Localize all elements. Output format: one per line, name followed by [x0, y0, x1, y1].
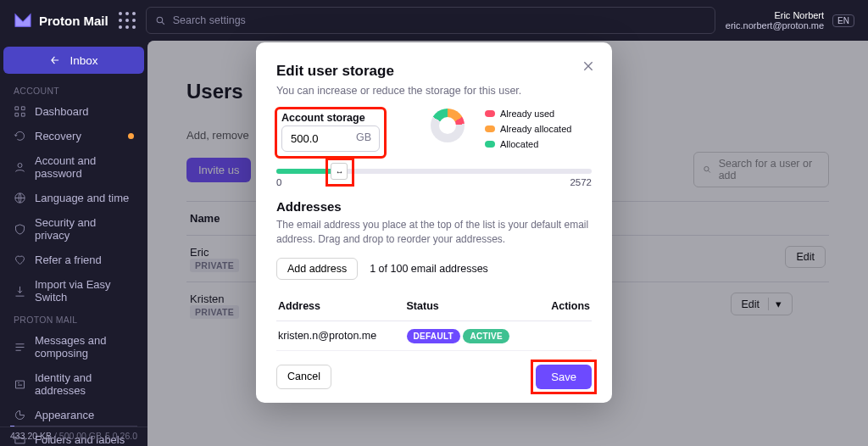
sidebar-footer: 433.20 KB / 500.00 GB 5.0.26.0: [0, 426, 147, 446]
address-row: kristen.n@proton.me DEFAULT ACTIVE: [276, 321, 592, 351]
cancel-button[interactable]: Cancel: [276, 365, 331, 389]
slider-thumb[interactable]: ↔: [331, 163, 348, 180]
slider-max: 2572: [570, 177, 592, 187]
compose-icon: [14, 341, 26, 354]
legend-item: Already allocated: [485, 124, 571, 134]
sidebar-item-dashboard[interactable]: Dashboard: [0, 99, 147, 124]
storage-slider[interactable]: ↔ 0 2572: [276, 169, 592, 187]
addresses-heading: Addresses: [276, 199, 592, 214]
topbar: Proton Mail Search settings Eric Norbert…: [0, 0, 868, 41]
appearance-icon: [14, 409, 26, 421]
save-button[interactable]: Save: [536, 365, 592, 389]
storage-label: Account storage: [281, 112, 380, 124]
sidebar-item-identity-and-addresses[interactable]: Identity and addresses: [0, 365, 147, 403]
alert-dot: [128, 133, 134, 139]
search-icon: [155, 15, 166, 26]
legend-swatch: [485, 141, 495, 148]
legend-swatch: [485, 110, 495, 117]
import-icon: [14, 285, 26, 298]
storage-donut-chart: [431, 109, 465, 142]
modal-desc: You can increase or reduce the storage f…: [276, 85, 592, 97]
close-icon[interactable]: [581, 59, 595, 73]
legend-item: Already used: [485, 109, 571, 119]
user-name: Eric Norbert: [774, 10, 824, 20]
version: 5.0.26.0: [105, 431, 137, 441]
apps-grid-icon[interactable]: [119, 12, 136, 29]
badge-default: DEFAULT: [407, 329, 460, 343]
recovery-icon: [14, 130, 26, 142]
address-count: 1 of 100 email addresses: [370, 263, 488, 275]
col-actions: Actions: [526, 300, 590, 312]
sidebar: Inbox ACCOUNTDashboardRecoveryAccount an…: [0, 41, 147, 446]
storage-unit: GB: [356, 131, 371, 143]
col-address: Address: [278, 300, 407, 312]
brand-logo[interactable]: Proton Mail: [14, 13, 108, 28]
add-address-button[interactable]: Add address: [276, 258, 358, 280]
storage-legend: Already usedAlready allocatedAllocated: [485, 109, 571, 157]
slider-min: 0: [276, 177, 281, 187]
settings-search[interactable]: Search settings: [146, 7, 715, 34]
edit-storage-modal: Edit user storage You can increase or re…: [256, 42, 612, 403]
section-label: ACCOUNT: [0, 81, 147, 99]
sidebar-item-account-and-password[interactable]: Account and password: [0, 148, 147, 186]
grid-icon: [14, 105, 26, 118]
brand-name: Proton Mail: [39, 14, 108, 28]
sidebar-item-refer-a-friend[interactable]: Refer a friend: [0, 248, 147, 272]
sidebar-item-language-and-time[interactable]: Language and time: [0, 186, 147, 210]
modal-title: Edit user storage: [276, 63, 592, 80]
heart-icon: [14, 254, 26, 266]
identity-icon: [14, 378, 26, 391]
addresses-desc: The email address you place at the top o…: [276, 218, 592, 248]
svg-point-0: [157, 17, 163, 23]
proton-logo-icon: [14, 13, 32, 28]
language-badge[interactable]: EN: [832, 14, 854, 27]
badge-active: ACTIVE: [463, 329, 509, 343]
inbox-button[interactable]: Inbox: [3, 47, 144, 74]
storage-field-highlight: Account storage GB: [276, 109, 385, 157]
section-label: PROTON MAIL: [0, 309, 147, 328]
address-email: kristen.n@proton.me: [278, 330, 407, 342]
sidebar-item-security-and-privacy[interactable]: Security and privacy: [0, 210, 147, 248]
legend-item: Allocated: [485, 139, 571, 149]
user-icon: [14, 161, 26, 174]
language-icon: [14, 192, 26, 204]
user-email: eric.norbert@proton.me: [726, 20, 824, 31]
sidebar-item-messages-and-composing[interactable]: Messages and composing: [0, 328, 147, 365]
search-placeholder: Search settings: [173, 14, 246, 26]
shield-icon: [14, 223, 26, 236]
user-menu[interactable]: Eric Norbert eric.norbert@proton.me EN: [726, 10, 854, 31]
sidebar-item-appearance[interactable]: Appearance: [0, 403, 147, 427]
sidebar-item-recovery[interactable]: Recovery: [0, 124, 147, 148]
sidebar-item-import-via-easy-switch[interactable]: Import via Easy Switch: [0, 272, 147, 309]
back-arrow-icon: [49, 54, 61, 66]
col-status: Status: [407, 300, 526, 312]
legend-swatch: [485, 125, 495, 132]
